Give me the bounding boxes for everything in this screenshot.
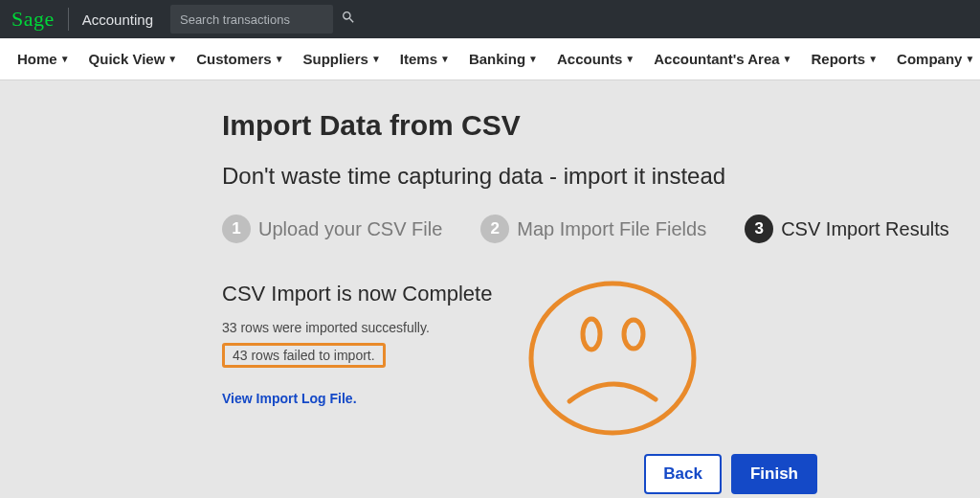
menu-label: Reports: [812, 51, 866, 67]
wizard-buttons: Back Finish: [644, 454, 817, 494]
menu-label: Items: [400, 51, 437, 67]
import-success-line: 33 rows were imported succesfully.: [222, 320, 949, 335]
caret-icon: ▼: [440, 54, 450, 64]
search-wrapper[interactable]: [170, 5, 333, 34]
menu-items[interactable]: Items▼: [390, 51, 459, 67]
caret-icon: ▼: [275, 54, 284, 64]
caret-icon: ▼: [60, 54, 70, 64]
step-1: 1 Upload your CSV File: [222, 215, 442, 243]
menu-suppliers[interactable]: Suppliers▼: [294, 51, 390, 67]
step-label: Map Import File Fields: [517, 218, 706, 240]
search-icon[interactable]: [341, 10, 356, 29]
step-label: Upload your CSV File: [258, 218, 442, 240]
menu-label: Home: [17, 51, 57, 67]
brand-logo: Sage: [11, 7, 55, 32]
menu-home[interactable]: Home▼: [8, 51, 79, 67]
menu-label: Customers: [196, 51, 271, 67]
content-area: Import Data from CSV Don't waste time ca…: [0, 80, 980, 407]
step-3: 3 CSV Import Results: [745, 215, 949, 243]
menubar: Home▼ Quick View▼ Customers▼ Suppliers▼ …: [0, 38, 980, 80]
menu-customers[interactable]: Customers▼: [187, 51, 293, 67]
page-title: Import Data from CSV: [222, 109, 949, 142]
step-number: 2: [480, 215, 509, 243]
wizard-steps: 1 Upload your CSV File 2 Map Import File…: [222, 215, 949, 243]
import-fail-line: 43 rows failed to import.: [233, 348, 375, 363]
menu-label: Quick View: [89, 51, 166, 67]
menu-accountants-area[interactable]: Accountant's Area▼: [644, 51, 801, 67]
brand-divider: [68, 8, 69, 31]
caret-icon: ▼: [868, 54, 878, 64]
back-button[interactable]: Back: [644, 454, 722, 494]
step-number: 1: [222, 215, 251, 243]
menu-label: Company: [897, 51, 962, 67]
caret-icon: ▼: [371, 54, 381, 64]
topbar-section: Accounting: [82, 11, 153, 28]
step-2: 2 Map Import File Fields: [480, 215, 706, 243]
menu-label: Suppliers: [303, 51, 368, 67]
menu-company[interactable]: Company▼: [887, 51, 980, 67]
menu-accounts[interactable]: Accounts▼: [547, 51, 644, 67]
search-input[interactable]: [180, 12, 341, 27]
caret-icon: ▼: [167, 54, 177, 64]
view-log-link[interactable]: View Import Log File.: [222, 391, 357, 406]
step-label: CSV Import Results: [781, 218, 949, 240]
menu-label: Accounts: [557, 51, 622, 67]
caret-icon: ▼: [965, 54, 974, 64]
topbar: Sage Accounting: [0, 0, 980, 38]
annotation-highlight: 43 rows failed to import.: [222, 343, 386, 368]
caret-icon: ▼: [528, 54, 538, 64]
menu-reports[interactable]: Reports▼: [802, 51, 888, 67]
caret-icon: ▼: [625, 54, 635, 64]
menu-quick-view[interactable]: Quick View▼: [79, 51, 188, 67]
page-subtitle: Don't waste time capturing data - import…: [222, 163, 949, 190]
complete-heading: CSV Import is now Complete: [222, 282, 949, 306]
step-number: 3: [745, 215, 773, 243]
menu-label: Accountant's Area: [654, 51, 779, 67]
finish-button[interactable]: Finish: [731, 454, 817, 494]
menu-label: Banking: [469, 51, 525, 67]
menu-banking[interactable]: Banking▼: [459, 51, 547, 67]
caret-icon: ▼: [783, 54, 792, 64]
